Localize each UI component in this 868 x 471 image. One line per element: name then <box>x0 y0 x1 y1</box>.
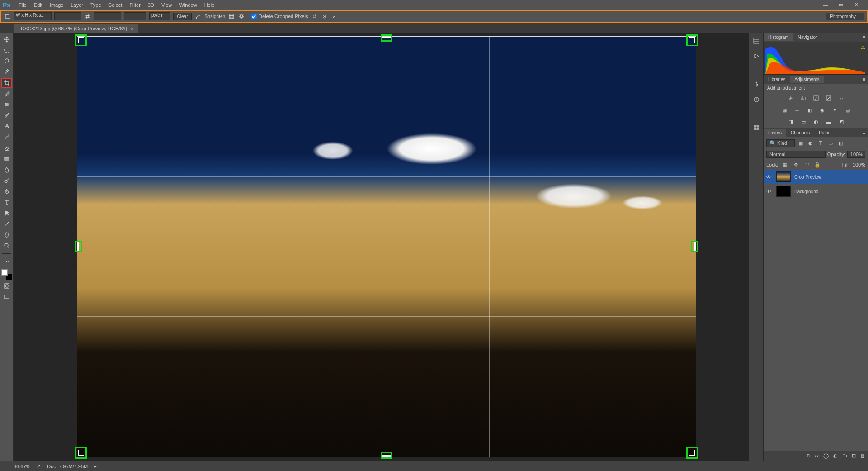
layer-name[interactable]: Background <box>794 189 818 194</box>
vibrance-adjustment-icon[interactable]: ▽ <box>837 94 845 102</box>
pen-tool[interactable] <box>1 186 12 196</box>
panel-menu-icon[interactable]: ≡ <box>860 34 868 40</box>
channel-mixer-adjustment-icon[interactable]: ✦ <box>831 106 839 114</box>
lock-pixels-icon[interactable]: ▦ <box>781 161 789 169</box>
filter-shape-icon[interactable]: ▭ <box>826 139 835 147</box>
reset-crop-icon[interactable]: ↺ <box>311 13 318 20</box>
brightness-adjustment-icon[interactable]: ☀ <box>787 94 795 102</box>
marquee-tool[interactable] <box>1 45 12 55</box>
levels-adjustment-icon[interactable] <box>799 94 807 102</box>
shape-tool[interactable] <box>1 219 12 229</box>
zoom-popup-icon[interactable]: ↗ <box>37 463 41 469</box>
layer-row[interactable]: 👁 Background <box>764 184 868 199</box>
path-selection-tool[interactable] <box>1 208 12 218</box>
tab-adjustments[interactable]: Adjustments <box>790 76 824 83</box>
history-brush-tool[interactable] <box>1 132 12 142</box>
new-group-icon[interactable]: 🗀 <box>842 453 847 458</box>
crop-handle-bm[interactable] <box>381 452 392 459</box>
info-panel-icon[interactable] <box>752 80 761 89</box>
layer-thumbnail[interactable] <box>776 186 791 197</box>
lock-artboard-icon[interactable]: ⬚ <box>802 161 811 169</box>
tab-layers[interactable]: Layers <box>764 129 786 137</box>
crop-handle-tl[interactable] <box>75 34 87 46</box>
layer-filter-kind[interactable]: 🔍 Kind <box>766 139 795 147</box>
delete-cropped-checkbox[interactable]: Delete Cropped Pixels <box>251 14 308 19</box>
crop-width-input[interactable] <box>54 12 81 20</box>
zoom-tool[interactable] <box>1 241 12 251</box>
straighten-icon[interactable] <box>194 13 202 20</box>
properties-panel-icon[interactable] <box>752 95 761 104</box>
exposure-adjustment-icon[interactable] <box>825 94 833 102</box>
crop-tool[interactable] <box>1 78 12 88</box>
photo-filter-adjustment-icon[interactable]: ◉ <box>818 106 826 114</box>
posterize-adjustment-icon[interactable]: ▭ <box>799 118 807 126</box>
swap-icon[interactable]: ⇄ <box>84 13 91 20</box>
document-tab[interactable]: _DSC8213.jpg @ 66.7% (Crop Preview, RGB/… <box>14 24 138 33</box>
new-adjustment-layer-icon[interactable]: ◐ <box>833 453 838 459</box>
selective-color-adjustment-icon[interactable]: ◩ <box>837 118 845 126</box>
workspace-select[interactable]: Photography <box>826 13 864 20</box>
filter-smart-icon[interactable]: ◧ <box>836 139 844 147</box>
tab-navigator[interactable]: Navigator <box>793 33 822 41</box>
panel-menu-icon[interactable]: ≡ <box>860 76 868 82</box>
link-layers-icon[interactable]: ⧉ <box>807 453 810 459</box>
crop-handle-mr[interactable] <box>691 241 698 252</box>
filter-pixel-icon[interactable]: ▦ <box>797 139 805 147</box>
menu-layer[interactable]: Layer <box>67 1 87 9</box>
layer-thumbnail[interactable] <box>776 171 791 182</box>
opacity-input[interactable]: 100% <box>847 151 865 158</box>
tab-paths[interactable]: Paths <box>814 129 835 137</box>
lasso-tool[interactable] <box>1 56 12 66</box>
menu-image[interactable]: Image <box>46 1 67 9</box>
color-balance-adjustment-icon[interactable] <box>793 106 801 114</box>
crop-resolution-input[interactable] <box>124 12 146 20</box>
crop-icon[interactable] <box>4 13 11 20</box>
crop-handle-tr[interactable] <box>686 34 698 46</box>
layer-name[interactable]: Crop Preview <box>794 175 821 180</box>
blur-tool[interactable] <box>1 165 12 175</box>
edit-toolbar-icon[interactable]: ⋯ <box>1 257 12 266</box>
visibility-icon[interactable]: 👁 <box>766 174 773 180</box>
dodge-tool[interactable] <box>1 176 12 186</box>
lock-all-icon[interactable]: 🔒 <box>813 161 821 169</box>
eyedropper-tool[interactable] <box>1 89 12 99</box>
crop-handle-tm[interactable] <box>381 34 392 42</box>
threshold-adjustment-icon[interactable]: ◐ <box>812 118 820 126</box>
new-layer-icon[interactable]: ⊞ <box>852 453 856 459</box>
tab-libraries[interactable]: Libraries <box>764 76 790 83</box>
clone-stamp-tool[interactable] <box>1 121 12 131</box>
magic-wand-tool[interactable] <box>1 67 12 77</box>
clone-source-panel-icon[interactable] <box>752 123 761 132</box>
crop-overlay[interactable] <box>77 36 696 457</box>
menu-filter[interactable]: Filter <box>126 1 144 9</box>
crop-height-input[interactable] <box>94 12 121 20</box>
maximize-icon[interactable]: ▭ <box>835 1 846 9</box>
menu-file[interactable]: File <box>15 1 30 9</box>
menu-3d[interactable]: 3D <box>144 1 158 9</box>
gradient-map-adjustment-icon[interactable]: ▬ <box>825 118 833 126</box>
color-swatches[interactable] <box>1 269 12 280</box>
canvas[interactable] <box>14 33 749 461</box>
menu-view[interactable]: View <box>158 1 176 9</box>
gradient-tool[interactable] <box>1 154 12 164</box>
crop-handle-bl[interactable] <box>75 447 87 459</box>
clear-button[interactable]: Clear <box>173 13 192 20</box>
layer-fx-icon[interactable]: fx <box>815 453 819 458</box>
blend-mode-select[interactable]: Normal <box>766 151 826 158</box>
screen-mode-icon[interactable] <box>1 292 12 302</box>
menu-type[interactable]: Type <box>87 1 105 9</box>
lock-position-icon[interactable]: ✥ <box>792 161 800 169</box>
color-lookup-adjustment-icon[interactable]: ▤ <box>844 106 852 114</box>
minimize-icon[interactable]: — <box>820 1 831 9</box>
panel-menu-icon[interactable]: ≡ <box>860 130 868 135</box>
crop-units-select[interactable]: px/cm <box>149 12 170 20</box>
invert-adjustment-icon[interactable]: ◨ <box>787 118 795 126</box>
fill-input[interactable]: 100% <box>853 162 865 167</box>
layer-mask-icon[interactable]: ◯ <box>823 453 829 459</box>
filter-type-icon[interactable]: T <box>816 139 825 147</box>
crop-handle-ml[interactable] <box>75 241 82 252</box>
quick-mask-icon[interactable] <box>1 281 12 291</box>
menu-select[interactable]: Select <box>105 1 126 9</box>
tab-channels[interactable]: Channels <box>786 129 814 137</box>
healing-brush-tool[interactable] <box>1 100 12 109</box>
